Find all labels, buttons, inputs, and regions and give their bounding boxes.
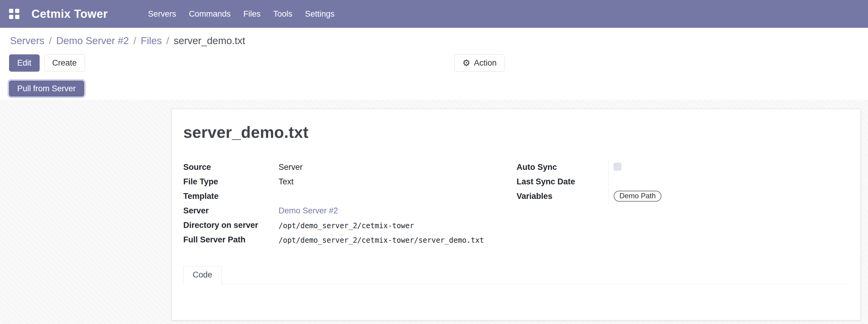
- tab-code[interactable]: Code: [183, 266, 222, 284]
- field-label: Directory on server: [183, 219, 279, 231]
- variable-tag: Demo Path: [614, 191, 661, 202]
- apps-grid-square: [9, 9, 13, 13]
- apps-grid-square: [9, 15, 13, 19]
- menu-item-commands[interactable]: Commands: [182, 0, 237, 28]
- field-row-last-sync-date: Last Sync Date: [517, 175, 849, 190]
- action-dropdown-button[interactable]: ⚙ Action: [454, 55, 505, 72]
- field-row-directory: Directory on server /opt/demo_server_2/c…: [183, 219, 517, 233]
- field-row-source: Source Server: [183, 161, 517, 175]
- field-row-server: Server Demo Server #2: [183, 204, 517, 219]
- gear-icon: ⚙: [462, 59, 470, 67]
- pull-from-server-button[interactable]: Pull from Server: [9, 81, 84, 96]
- field-value-last-sync-date: [609, 175, 849, 190]
- server-record-link[interactable]: Demo Server #2: [279, 206, 338, 215]
- field-label: Auto Sync: [517, 161, 609, 172]
- field-row-full-path: Full Server Path /opt/demo_server_2/cetm…: [183, 233, 517, 248]
- content-area: server_demo.txt Source Server File Type …: [0, 100, 868, 324]
- menu-item-tools[interactable]: Tools: [267, 0, 299, 28]
- field-label: Server: [183, 204, 279, 216]
- field-label: Source: [183, 161, 279, 172]
- button-row: Edit Create ⚙ Action: [9, 55, 868, 72]
- field-value-directory: /opt/demo_server_2/cetmix-tower: [279, 219, 414, 230]
- field-row-auto-sync: Auto Sync: [517, 161, 849, 175]
- notebook-tabs: Code: [183, 266, 849, 284]
- field-label: Template: [183, 190, 279, 202]
- apps-grid-square: [15, 9, 19, 13]
- main-menu: Servers Commands Files Tools Settings: [142, 0, 341, 28]
- menu-item-settings[interactable]: Settings: [299, 0, 341, 28]
- field-row-template: Template: [183, 190, 517, 204]
- create-button[interactable]: Create: [44, 55, 85, 72]
- record-title: server_demo.txt: [183, 123, 849, 141]
- breadcrumb-separator: /: [49, 35, 52, 46]
- tab-code-content: [183, 284, 849, 317]
- breadcrumb-separator: /: [133, 35, 136, 46]
- field-value-server: Demo Server #2: [279, 204, 338, 216]
- field-label: Full Server Path: [183, 233, 279, 245]
- breadcrumb-separator: /: [166, 35, 169, 46]
- action-dropdown-label: Action: [474, 58, 497, 68]
- breadcrumb-servers[interactable]: Servers: [10, 35, 44, 46]
- breadcrumb-files[interactable]: Files: [141, 35, 162, 46]
- control-panel: Servers / Demo Server #2 / Files / serve…: [0, 28, 868, 100]
- field-value-full-path: /opt/demo_server_2/cetmix-tower/server_d…: [279, 233, 484, 245]
- field-value-file-type: Text: [279, 175, 294, 187]
- auto-sync-checkbox[interactable]: [614, 163, 621, 170]
- field-value-source: Server: [279, 161, 303, 172]
- top-navbar: Cetmix Tower Servers Commands Files Tool…: [0, 0, 868, 28]
- field-label: Variables: [517, 190, 609, 202]
- field-value-variables: Demo Path: [609, 190, 849, 204]
- menu-item-files[interactable]: Files: [237, 0, 267, 28]
- apps-grid-icon[interactable]: [9, 9, 19, 19]
- field-row-variables: Variables Demo Path: [517, 190, 849, 204]
- field-groups: Source Server File Type Text Template Se…: [183, 161, 849, 248]
- field-label: Last Sync Date: [517, 175, 609, 187]
- app-brand[interactable]: Cetmix Tower: [31, 7, 108, 21]
- breadcrumb-demo-server-2[interactable]: Demo Server #2: [56, 35, 129, 46]
- action-menu: ⚙ Action: [454, 55, 505, 72]
- edit-button[interactable]: Edit: [9, 55, 40, 72]
- apps-grid-square: [15, 15, 19, 19]
- menu-item-servers[interactable]: Servers: [142, 0, 182, 28]
- field-value-auto-sync: [609, 161, 849, 175]
- field-group-right: Auto Sync Last Sync Date Variables Demo …: [517, 161, 849, 248]
- breadcrumb-current: server_demo.txt: [174, 35, 245, 46]
- field-label: File Type: [183, 175, 279, 187]
- record-button-row: Pull from Server: [9, 81, 868, 96]
- field-group-left: Source Server File Type Text Template Se…: [183, 161, 517, 248]
- breadcrumb: Servers / Demo Server #2 / Files / serve…: [9, 35, 868, 46]
- form-sheet: server_demo.txt Source Server File Type …: [172, 109, 861, 320]
- page: Cetmix Tower Servers Commands Files Tool…: [0, 0, 868, 324]
- field-row-file-type: File Type Text: [183, 175, 517, 190]
